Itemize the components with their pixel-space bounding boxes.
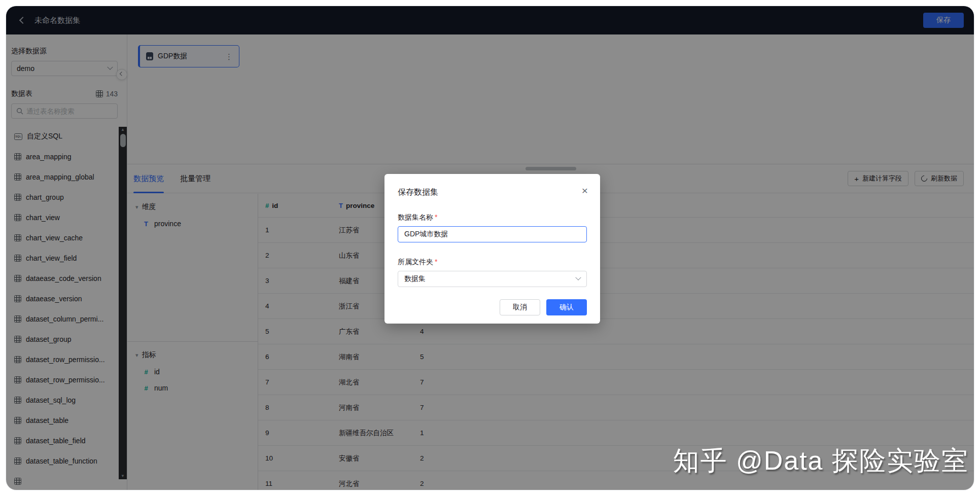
dataset-name-label: 数据集名称* [398, 213, 587, 222]
folder-label: 所属文件夹* [398, 258, 587, 267]
required-asterisk: * [435, 258, 437, 266]
folder-select[interactable]: 数据集 [398, 271, 587, 287]
app-window: 未命名数据集 保存 选择数据源 demo 数据表 143 [6, 6, 974, 490]
required-asterisk: * [435, 213, 437, 221]
folder-select-value: 数据集 [404, 274, 426, 284]
cancel-button[interactable]: 取消 [500, 299, 540, 315]
modal-title: 保存数据集 [398, 187, 587, 198]
chevron-down-icon [575, 275, 581, 280]
dataset-name-input[interactable] [398, 226, 587, 242]
confirm-button[interactable]: 确认 [546, 299, 587, 315]
save-dataset-modal: 保存数据集 × 数据集名称* 所属文件夹* 数据集 取消 确认 [384, 174, 600, 324]
close-icon[interactable]: × [582, 185, 588, 196]
watermark-text: 知乎 @Data 探险实验室 [673, 443, 969, 479]
